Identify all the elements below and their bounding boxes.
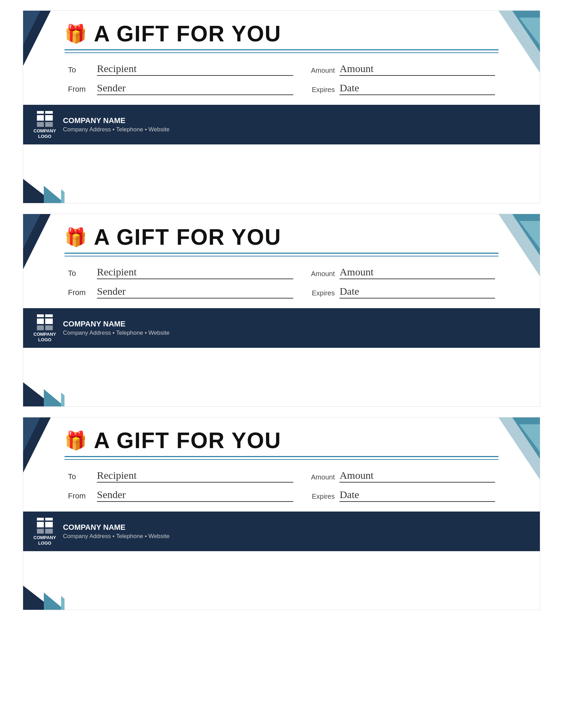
amount-value: Amount [339, 469, 495, 483]
logo-box: COMPANYLOGO [33, 517, 56, 546]
gift-card-1: 🎁 A GIFT FOR YOU To Recipient From Sende… [23, 10, 540, 203]
card-content: 🎁 A GIFT FOR YOU To Recipient From Sende… [23, 214, 540, 299]
company-info: COMPANY NAME Company Address • Telephone… [63, 523, 169, 540]
fields-left: To Recipient From Sender [68, 266, 293, 299]
recipient-value: Recipient [97, 469, 293, 483]
sender-value: Sender [97, 82, 293, 95]
svg-rect-4 [37, 122, 44, 127]
svg-rect-17 [45, 529, 53, 534]
to-field-row: To Recipient [68, 266, 293, 279]
svg-rect-16 [37, 529, 44, 534]
logo-box: COMPANYLOGO [33, 110, 56, 139]
card-title: A GIFT FOR YOU [94, 224, 282, 250]
from-label: From [68, 492, 92, 502]
gift-icon: 🎁 [65, 228, 87, 246]
expires-field-row: Expires Date [307, 82, 495, 95]
corner-bottom-left [23, 582, 65, 610]
cards-container: 🎁 A GIFT FOR YOU To Recipient From Sende… [23, 10, 540, 610]
corner-bottom-left [23, 379, 65, 406]
svg-rect-1 [45, 111, 53, 114]
recipient-value: Recipient [97, 63, 293, 76]
bl-shape3 [61, 393, 65, 406]
title-row: 🎁 A GIFT FOR YOU [65, 21, 498, 47]
fields-section: To Recipient From Sender Amount Amount E… [65, 266, 498, 299]
amount-value: Amount [339, 63, 495, 76]
svg-rect-14 [37, 522, 44, 527]
company-info: COMPANY NAME Company Address • Telephone… [63, 116, 169, 133]
svg-rect-3 [45, 115, 53, 121]
fields-left: To Recipient From Sender [68, 63, 293, 95]
svg-rect-12 [37, 518, 44, 520]
from-field-row: From Sender [68, 489, 293, 502]
svg-rect-8 [37, 318, 44, 324]
amount-label: Amount [307, 270, 335, 279]
fields-right: Amount Amount Expires Date [307, 469, 495, 502]
to-label: To [68, 65, 92, 76]
card-title: A GIFT FOR YOU [94, 21, 282, 47]
amount-field-row: Amount Amount [307, 63, 495, 76]
svg-rect-15 [45, 522, 53, 527]
title-divider-top [65, 253, 498, 254]
logo-box: COMPANYLOGO [33, 314, 56, 342]
svg-rect-6 [37, 314, 44, 317]
svg-rect-2 [37, 115, 44, 121]
svg-rect-13 [45, 518, 53, 520]
company-info: COMPANY NAME Company Address • Telephone… [63, 320, 169, 336]
svg-rect-7 [45, 314, 53, 317]
amount-label: Amount [307, 473, 335, 483]
svg-rect-11 [45, 325, 53, 330]
date-value: Date [339, 285, 495, 299]
company-logo-icon [36, 314, 53, 331]
bl-shape3 [61, 596, 65, 610]
logo-text-line1: COMPANYLOGO [33, 535, 56, 546]
recipient-value: Recipient [97, 266, 293, 279]
company-logo-icon [36, 517, 53, 534]
title-row: 🎁 A GIFT FOR YOU [65, 224, 498, 250]
svg-rect-10 [37, 325, 44, 330]
company-logo-icon [36, 110, 53, 128]
amount-value: Amount [339, 266, 495, 279]
gift-icon: 🎁 [65, 432, 87, 449]
fields-right: Amount Amount Expires Date [307, 63, 495, 95]
company-name: COMPANY NAME [63, 523, 169, 532]
date-value: Date [339, 489, 495, 502]
sender-value: Sender [97, 489, 293, 502]
card-content: 🎁 A GIFT FOR YOU To Recipient From Sende… [23, 417, 540, 502]
amount-field-row: Amount Amount [307, 469, 495, 483]
expires-label: Expires [307, 493, 335, 502]
gift-card-2: 🎁 A GIFT FOR YOU To Recipient From Sende… [23, 214, 540, 407]
title-divider-bottom [65, 52, 498, 53]
fields-section: To Recipient From Sender Amount Amount E… [65, 469, 498, 502]
svg-rect-5 [45, 122, 53, 127]
title-divider-bottom [65, 459, 498, 460]
footer-bar: COMPANYLOGO COMPANY NAME Company Address… [23, 512, 540, 551]
footer-bar: COMPANYLOGO COMPANY NAME Company Address… [23, 105, 540, 144]
title-divider-top [65, 456, 498, 457]
from-label: From [68, 288, 92, 299]
logo-text-line1: COMPANYLOGO [33, 128, 56, 139]
sender-value: Sender [97, 285, 293, 299]
from-field-row: From Sender [68, 82, 293, 95]
title-row: 🎁 A GIFT FOR YOU [65, 428, 498, 453]
card-content: 🎁 A GIFT FOR YOU To Recipient From Sende… [23, 11, 540, 95]
gift-icon: 🎁 [65, 25, 87, 43]
footer-bar: COMPANYLOGO COMPANY NAME Company Address… [23, 308, 540, 348]
svg-rect-0 [37, 111, 44, 114]
company-details: Company Address • Telephone • Website [63, 330, 169, 336]
fields-left: To Recipient From Sender [68, 469, 293, 502]
from-label: From [68, 85, 92, 95]
corner-bottom-left [23, 175, 65, 203]
company-name: COMPANY NAME [63, 116, 169, 125]
company-name: COMPANY NAME [63, 320, 169, 328]
gift-card-3: 🎁 A GIFT FOR YOU To Recipient From Sende… [23, 417, 540, 610]
fields-right: Amount Amount Expires Date [307, 266, 495, 299]
from-field-row: From Sender [68, 285, 293, 299]
expires-field-row: Expires Date [307, 489, 495, 502]
logo-text-line1: COMPANYLOGO [33, 332, 56, 342]
title-divider-bottom [65, 256, 498, 256]
amount-field-row: Amount Amount [307, 266, 495, 279]
card-title: A GIFT FOR YOU [94, 428, 282, 453]
svg-rect-9 [45, 318, 53, 324]
fields-section: To Recipient From Sender Amount Amount E… [65, 63, 498, 95]
title-divider-top [65, 49, 498, 50]
